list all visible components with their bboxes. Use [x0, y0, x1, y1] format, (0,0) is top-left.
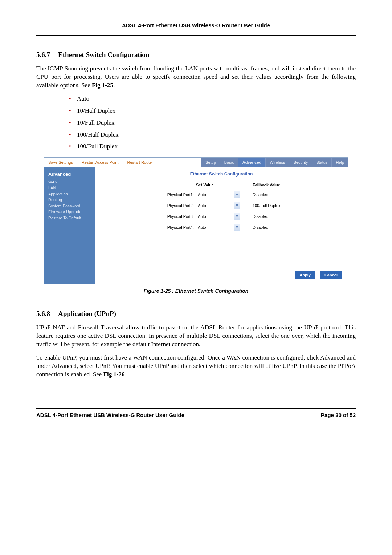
section-title: Application (UPnP): [58, 310, 116, 317]
port2-select-value: Auto: [196, 202, 234, 209]
list-item-label: 100/Half Duplex: [77, 131, 119, 138]
save-settings-link[interactable]: Save Settings: [44, 158, 77, 167]
port3-label: Physical Port3:: [134, 214, 196, 219]
chevron-down-icon: [234, 191, 240, 198]
list-item-label: 100/Full Duplex: [77, 143, 118, 150]
list-item-label: 10/Full Duplex: [77, 119, 114, 126]
tab-security[interactable]: Security: [289, 158, 312, 167]
chevron-down-icon: [234, 213, 240, 220]
section2-paragraph2: To enable UPnP, you must first have a WA…: [36, 354, 356, 379]
svg-marker-2: [236, 215, 238, 217]
port1-select-value: Auto: [196, 191, 234, 198]
sidebar-item-firmware-upgrade[interactable]: Firmware Upgrade: [48, 209, 90, 215]
col-header-set-value: Set Value: [196, 182, 250, 188]
port3-fallback: Disabled: [250, 214, 309, 219]
port2-label: Physical Port2:: [134, 203, 196, 208]
restart-ap-link[interactable]: Restart Access Point: [77, 158, 123, 167]
tab-wireless[interactable]: Wireless: [265, 158, 289, 167]
list-item: 10/Full Duplex: [69, 119, 356, 127]
topbar-spacer: [158, 158, 201, 167]
port-settings-grid: Set Value Fallback Value Physical Port1:…: [101, 182, 342, 231]
port2-select[interactable]: Auto: [196, 202, 240, 209]
figure-1-25: Save Settings Restart Access Point Resta…: [36, 157, 356, 284]
figure-caption: Figure 1-25 : Ethernet Switch Configurat…: [36, 288, 356, 295]
router-body: Advanced WAN LAN Application Routing Sys…: [44, 167, 348, 284]
router-main-panel: Ethernet Switch Configuration Set Value …: [95, 167, 348, 284]
port1-label: Physical Port1:: [134, 192, 196, 198]
footer-left: ADSL 4-Port Ethernet USB Wireless-G Rout…: [36, 412, 321, 419]
section-number: 5.6.8: [36, 309, 58, 319]
list-item: 100/Full Duplex: [69, 142, 356, 151]
sidebar-item-routing[interactable]: Routing: [48, 197, 90, 203]
p2-text-a: To enable UPnP, you must first have a WA…: [36, 354, 356, 378]
chevron-down-icon: [234, 224, 240, 231]
port4-select-value: Auto: [196, 224, 234, 231]
p1-text-b: .: [113, 82, 115, 89]
page-header: ADSL 4-Port Ethernet USB Wireless-G Rout…: [36, 22, 356, 32]
restart-router-link[interactable]: Restart Router: [123, 158, 158, 167]
port4-select[interactable]: Auto: [196, 224, 240, 231]
tab-status[interactable]: Status: [312, 158, 331, 167]
list-item-label: 10/Half Duplex: [77, 107, 115, 114]
page-footer: ADSL 4-Port Ethernet USB Wireless-G Rout…: [36, 412, 356, 419]
section-heading-ethernet: 5.6.7Ethernet Switch Configuration: [36, 50, 356, 60]
p1-text-a: The IGMP Snooping prevents the switch fr…: [36, 65, 356, 89]
port3-select[interactable]: Auto: [196, 213, 240, 220]
tab-basic[interactable]: Basic: [220, 158, 238, 167]
router-sidebar: Advanced WAN LAN Application Routing Sys…: [44, 167, 95, 284]
header-rule: [36, 35, 356, 36]
port3-select-value: Auto: [196, 213, 234, 220]
p2-text-b: .: [125, 371, 126, 378]
sidebar-item-wan[interactable]: WAN: [48, 179, 90, 185]
port4-label: Physical Port4:: [134, 225, 196, 230]
svg-marker-3: [236, 226, 238, 228]
svg-marker-1: [236, 204, 238, 206]
section-number: 5.6.7: [36, 50, 58, 60]
chevron-down-icon: [234, 202, 240, 209]
port4-fallback: Disabled: [250, 225, 309, 230]
router-ui-window: Save Settings Restart Access Point Resta…: [44, 157, 348, 284]
tab-help[interactable]: Help: [331, 158, 348, 167]
list-item: 10/Half Duplex: [69, 107, 356, 115]
panel-action-buttons: Apply Cancel: [295, 271, 342, 280]
cancel-button[interactable]: Cancel: [320, 271, 342, 280]
panel-title: Ethernet Switch Configuration: [101, 171, 342, 177]
apply-button[interactable]: Apply: [295, 271, 315, 280]
list-item: 100/Half Duplex: [69, 131, 356, 139]
col-header-fallback-value: Fallback Value: [250, 182, 309, 188]
list-item: Auto: [69, 95, 356, 103]
sidebar-item-system-password[interactable]: System Password: [48, 203, 90, 209]
section-title: Ethernet Switch Configuration: [58, 51, 149, 58]
tab-advanced[interactable]: Advanced: [238, 158, 266, 167]
port2-fallback: 100/Full Duplex: [250, 203, 309, 208]
footer-rule: [36, 408, 356, 409]
section2-paragraph1: UPnP NAT and Firewall Traversal allow tr…: [36, 324, 356, 349]
duplex-options-list: Auto 10/Half Duplex 10/Full Duplex 100/H…: [69, 95, 356, 151]
footer-right: Page 30 of 52: [321, 412, 356, 419]
p2-fig-ref: Fig 1-26: [103, 371, 125, 378]
list-item-label: Auto: [77, 95, 89, 102]
section1-paragraph1: The IGMP Snooping prevents the switch fr…: [36, 65, 356, 90]
sidebar-category: Advanced: [48, 171, 90, 178]
router-top-bar: Save Settings Restart Access Point Resta…: [44, 158, 348, 167]
svg-marker-0: [236, 194, 238, 195]
section-heading-upnp: 5.6.8Application (UPnP): [36, 309, 356, 319]
p1-fig-ref: Fig 1-25: [92, 82, 113, 89]
sidebar-item-restore-default[interactable]: Restore To Default: [48, 215, 90, 221]
tab-setup[interactable]: Setup: [201, 158, 220, 167]
sidebar-item-application[interactable]: Application: [48, 191, 90, 197]
port1-select[interactable]: Auto: [196, 191, 240, 198]
sidebar-item-lan[interactable]: LAN: [48, 185, 90, 191]
port1-fallback: Disabled: [250, 192, 309, 198]
